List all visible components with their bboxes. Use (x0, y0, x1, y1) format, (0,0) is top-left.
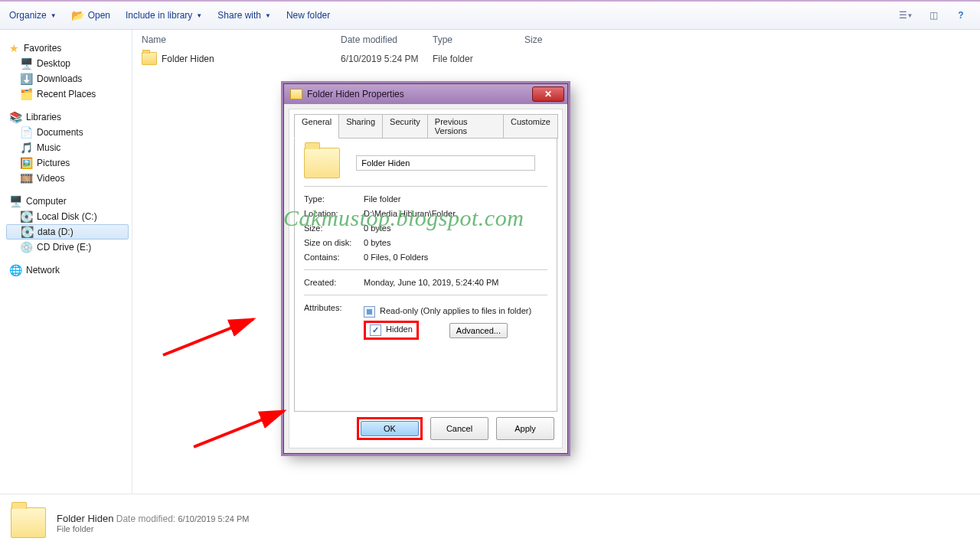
value-size: 0 bytes (364, 223, 390, 233)
col-type[interactable]: Type (433, 34, 524, 45)
drive-icon: 💽 (20, 210, 32, 223)
label-contains: Contains: (304, 253, 364, 262)
details-dm-label: Date modified: (116, 514, 175, 524)
file-name: Folder Hiden (162, 54, 214, 64)
open-button[interactable]: 📂Open (72, 9, 110, 21)
annotation-arrow (194, 405, 293, 453)
cancel-button[interactable]: Cancel (430, 417, 488, 440)
preview-pane-icon[interactable]: ◫ (923, 8, 943, 23)
column-headers[interactable]: Name Date modified Type Size (132, 30, 980, 50)
nav-drive-d[interactable]: 💽data (D:) (6, 224, 129, 240)
ok-highlight: OK (357, 417, 423, 440)
dialog-titlebar[interactable]: Folder Hiden Properties ✕ (284, 84, 567, 104)
tab-general[interactable]: General (294, 114, 339, 139)
music-icon: 🎵 (20, 142, 32, 154)
readonly-checkbox[interactable] (364, 306, 375, 318)
explorer-toolbar: Organize▼ 📂Open Include in library▼ Shar… (0, 0, 980, 30)
folder-large-icon (11, 507, 46, 538)
value-location: D:\Media Hiburan\Folder (364, 209, 456, 218)
value-size-on-disk: 0 bytes (364, 238, 390, 247)
dialog-buttons: OK Cancel Apply (289, 417, 562, 448)
label-attributes: Attributes: (304, 303, 364, 312)
file-date: 6/10/2019 5:24 PM (341, 54, 433, 64)
hidden-checkbox[interactable] (370, 324, 381, 336)
nav-downloads[interactable]: ⬇️Downloads (6, 71, 129, 86)
col-date[interactable]: Date modified (341, 34, 433, 45)
details-dm-value: 6/10/2019 5:24 PM (178, 514, 250, 523)
new-folder-button[interactable]: New folder (286, 10, 330, 21)
favorites-header[interactable]: ★Favorites (6, 41, 129, 56)
videos-icon: 🎞️ (20, 172, 32, 184)
details-pane: Folder Hiden Date modified: 6/10/2019 5:… (0, 494, 980, 551)
value-type: File folder (364, 194, 400, 204)
drive-icon: 💽 (21, 226, 33, 238)
annotation-arrow (163, 313, 263, 361)
label-location: Location: (304, 209, 364, 218)
nav-drive-e[interactable]: 💿CD Drive (E:) (6, 240, 129, 255)
star-icon: ★ (9, 42, 19, 54)
value-contains: 0 Files, 0 Folders (364, 253, 428, 262)
nav-documents[interactable]: 📄Documents (6, 125, 129, 140)
nav-music[interactable]: 🎵Music (6, 140, 129, 155)
downloads-icon: ⬇️ (20, 73, 32, 85)
svg-line-0 (163, 319, 253, 355)
tab-customize[interactable]: Customize (503, 114, 558, 139)
view-options-icon[interactable]: ☰ ▼ (896, 8, 916, 23)
dialog-title: Folder Hiden Properties (307, 89, 404, 99)
tab-strip: General Sharing Security Previous Versio… (289, 109, 562, 139)
libraries-header[interactable]: 📚Libraries (6, 109, 129, 125)
value-created: Monday, June 10, 2019, 5:24:40 PM (364, 278, 499, 287)
network-header[interactable]: 🌐Network (6, 262, 129, 278)
share-with-menu[interactable]: Share with▼ (217, 10, 271, 21)
nav-recent[interactable]: 🗂️Recent Places (6, 86, 129, 102)
nav-videos[interactable]: 🎞️Videos (6, 171, 129, 186)
library-icon: 📚 (9, 111, 21, 123)
readonly-label: Read-only (Only applies to files in fold… (380, 306, 531, 315)
folder-icon (142, 52, 157, 65)
label-size: Size: (304, 223, 364, 233)
ok-button[interactable]: OK (361, 421, 419, 436)
folder-icon (290, 89, 302, 99)
tab-security[interactable]: Security (382, 114, 428, 139)
recent-icon: 🗂️ (20, 88, 32, 100)
details-name: Folder Hiden (57, 513, 113, 524)
col-size[interactable]: Size (524, 34, 586, 45)
details-type: File folder (57, 524, 249, 533)
network-icon: 🌐 (9, 264, 21, 276)
help-icon[interactable]: ? (951, 8, 971, 23)
nav-desktop[interactable]: 🖥️Desktop (6, 56, 129, 71)
close-button[interactable]: ✕ (532, 86, 564, 102)
col-name[interactable]: Name (142, 34, 341, 45)
computer-header[interactable]: 🖥️Computer (6, 194, 129, 209)
nav-drive-c[interactable]: 💽Local Disk (C:) (6, 209, 129, 224)
hidden-label: Hidden (386, 324, 413, 334)
computer-icon: 🖥️ (9, 195, 21, 207)
label-created: Created: (304, 278, 364, 287)
include-library-menu[interactable]: Include in library▼ (126, 10, 202, 21)
documents-icon: 📄 (20, 126, 32, 139)
folder-open-icon: 📂 (72, 9, 84, 21)
folder-name-input[interactable] (356, 155, 535, 171)
desktop-icon: 🖥️ (20, 57, 32, 70)
nav-pictures[interactable]: 🖼️Pictures (6, 155, 129, 171)
file-list: Name Date modified Type Size Folder Hide… (132, 30, 980, 500)
file-type: File folder (433, 54, 524, 64)
apply-button[interactable]: Apply (496, 417, 554, 440)
cd-icon: 💿 (20, 241, 32, 253)
pictures-icon: 🖼️ (20, 157, 32, 169)
svg-line-1 (194, 411, 284, 447)
tab-previous-versions[interactable]: Previous Versions (427, 114, 504, 139)
tab-sharing[interactable]: Sharing (338, 114, 383, 139)
properties-dialog: Folder Hiden Properties ✕ General Sharin… (283, 83, 568, 454)
folder-large-icon (304, 148, 340, 178)
label-type: Type: (304, 194, 364, 204)
label-size-on-disk: Size on disk: (304, 238, 364, 247)
organize-menu[interactable]: Organize▼ (9, 10, 57, 21)
nav-pane: ★Favorites 🖥️Desktop ⬇️Downloads 🗂️Recen… (0, 30, 132, 500)
hidden-highlight: Hidden (364, 321, 419, 340)
file-row[interactable]: Folder Hiden 6/10/2019 5:24 PM File fold… (132, 50, 980, 67)
advanced-button[interactable]: Advanced... (449, 323, 508, 338)
